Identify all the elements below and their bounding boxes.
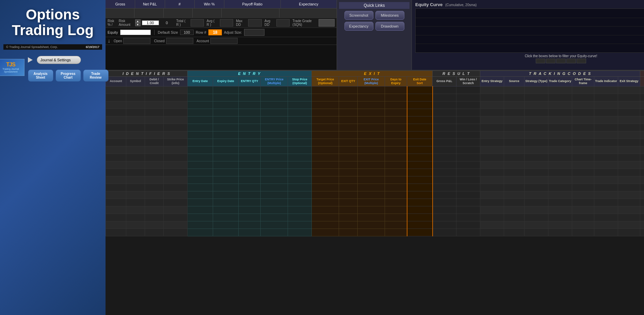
cell-r9-c15[interactable]: [456, 154, 480, 161]
cell-r9-c4[interactable]: [188, 154, 213, 161]
trade-review-button[interactable]: Trade Review: [83, 69, 109, 82]
cell-r1-c17[interactable]: [504, 94, 525, 101]
cell-r13-c2[interactable]: [145, 184, 164, 191]
cell-r17-c1[interactable]: [126, 214, 145, 221]
cell-r17-c14[interactable]: [433, 214, 456, 221]
cell-r15-c20[interactable]: [572, 199, 594, 206]
table-row[interactable]: [106, 169, 644, 176]
cell-r7-c19[interactable]: [548, 139, 572, 146]
table-row[interactable]: [106, 146, 644, 154]
cell-r1-c10[interactable]: [339, 94, 358, 101]
cell-r4-c15[interactable]: [456, 116, 480, 124]
cell-r17-c15[interactable]: [456, 214, 480, 221]
cell-r16-c18[interactable]: [525, 206, 548, 214]
cell-r5-c4[interactable]: [188, 124, 213, 131]
cell-r12-c2[interactable]: [145, 176, 164, 184]
cell-r1-c13[interactable]: [407, 94, 433, 101]
cell-r6-c11[interactable]: [358, 131, 385, 139]
cell-r1-c7[interactable]: [261, 94, 288, 101]
cell-r16-c6[interactable]: [239, 206, 261, 214]
cell-r4-c16[interactable]: [480, 116, 504, 124]
cell-r11-c23[interactable]: [640, 169, 644, 176]
cell-r12-c23[interactable]: [640, 176, 644, 184]
expectancy-button[interactable]: Expectancy: [344, 22, 373, 31]
cell-r19-c10[interactable]: [339, 229, 358, 236]
cell-r5-c2[interactable]: [145, 124, 164, 131]
cell-r16-c12[interactable]: [385, 206, 407, 214]
cell-r2-c15[interactable]: [456, 101, 480, 109]
milestones-button[interactable]: Milestones: [375, 11, 404, 20]
cell-r7-c4[interactable]: [188, 139, 213, 146]
cell-r1-c1[interactable]: [126, 94, 145, 101]
cell-r4-c10[interactable]: [339, 116, 358, 124]
cell-r14-c18[interactable]: [525, 191, 548, 199]
cell-r15-c13[interactable]: [407, 199, 433, 206]
cell-r14-c11[interactable]: [358, 191, 385, 199]
cell-r2-c2[interactable]: [145, 101, 164, 109]
cell-r9-c1[interactable]: [126, 154, 145, 161]
cell-r5-c23[interactable]: [640, 124, 644, 131]
cell-r18-c5[interactable]: [213, 221, 239, 229]
cell-r2-c1[interactable]: [126, 101, 145, 109]
cell-r15-c3[interactable]: [164, 199, 188, 206]
cell-r3-c10[interactable]: [339, 109, 358, 116]
table-row[interactable]: [106, 176, 644, 184]
cell-r14-c9[interactable]: [312, 191, 339, 199]
cell-r14-c5[interactable]: [213, 191, 239, 199]
cell-r7-c8[interactable]: [288, 139, 312, 146]
cell-r5-c11[interactable]: [358, 124, 385, 131]
table-row[interactable]: [106, 109, 644, 116]
cell-r14-c4[interactable]: [188, 191, 213, 199]
cell-r17-c5[interactable]: [213, 214, 239, 221]
cell-r16-c14[interactable]: [433, 206, 456, 214]
drawdown-button[interactable]: Drawdown: [375, 22, 404, 31]
cell-r11-c18[interactable]: [525, 169, 548, 176]
cell-r18-c3[interactable]: [164, 221, 188, 229]
cell-r11-c17[interactable]: [504, 169, 525, 176]
cell-r18-c21[interactable]: [594, 221, 618, 229]
cell-r18-c20[interactable]: [572, 221, 594, 229]
cell-r10-c0[interactable]: [106, 161, 126, 169]
cell-r19-c11[interactable]: [358, 229, 385, 236]
cell-r17-c3[interactable]: [164, 214, 188, 221]
cell-r18-c14[interactable]: [433, 221, 456, 229]
cell-r1-c2[interactable]: [145, 94, 164, 101]
cell-r16-c7[interactable]: [261, 206, 288, 214]
cell-r16-c0[interactable]: [106, 206, 126, 214]
cell-r17-c17[interactable]: [504, 214, 525, 221]
cell-r10-c19[interactable]: [548, 161, 572, 169]
cell-r19-c14[interactable]: [433, 229, 456, 236]
cell-r10-c14[interactable]: [433, 161, 456, 169]
cell-r6-c12[interactable]: [385, 131, 407, 139]
cell-r6-c0[interactable]: [106, 131, 126, 139]
table-row[interactable]: [106, 214, 644, 221]
cell-r0-c4[interactable]: [188, 86, 213, 94]
risk-down-btn[interactable]: ▼: [135, 23, 141, 26]
cell-r18-c0[interactable]: [106, 221, 126, 229]
cell-r16-c15[interactable]: [456, 206, 480, 214]
cell-r3-c3[interactable]: [164, 109, 188, 116]
cell-r10-c4[interactable]: [188, 161, 213, 169]
cell-r16-c1[interactable]: [126, 206, 145, 214]
table-row[interactable]: [106, 131, 644, 139]
cell-r8-c13[interactable]: [407, 146, 433, 154]
cell-r19-c5[interactable]: [213, 229, 239, 236]
cell-r18-c7[interactable]: [261, 221, 288, 229]
cell-r13-c16[interactable]: [480, 184, 504, 191]
cell-r7-c21[interactable]: [594, 139, 618, 146]
cell-r17-c0[interactable]: [106, 214, 126, 221]
cell-r11-c3[interactable]: [164, 169, 188, 176]
cell-r5-c21[interactable]: [594, 124, 618, 131]
cell-r6-c13[interactable]: [407, 131, 433, 139]
cell-r12-c4[interactable]: [188, 176, 213, 184]
cell-r5-c15[interactable]: [456, 124, 480, 131]
cell-r5-c16[interactable]: [480, 124, 504, 131]
cell-r5-c10[interactable]: [339, 124, 358, 131]
cell-r4-c11[interactable]: [358, 116, 385, 124]
table-row[interactable]: [106, 139, 644, 146]
cell-r11-c2[interactable]: [145, 169, 164, 176]
cell-r6-c4[interactable]: [188, 131, 213, 139]
cell-r3-c15[interactable]: [456, 109, 480, 116]
cell-r11-c11[interactable]: [358, 169, 385, 176]
cell-r2-c3[interactable]: [164, 101, 188, 109]
